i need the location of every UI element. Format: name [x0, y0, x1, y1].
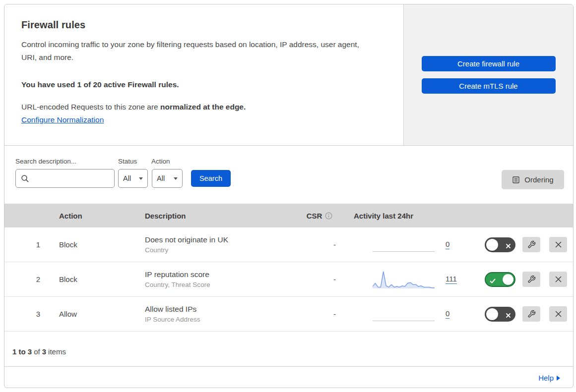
rule-enabled-toggle[interactable]: [485, 307, 515, 322]
rule-description-cell: IP reputation score Country, Threat Scor…: [133, 270, 297, 288]
firewall-rule-row: 1 Block Does not originate in UK Country…: [4, 227, 573, 262]
toggle-knob: [503, 274, 513, 285]
search-input[interactable]: [32, 174, 122, 182]
edit-rule-button[interactable]: [522, 237, 540, 252]
pagination-of: of: [34, 347, 40, 356]
help-link-label: Help: [538, 374, 554, 382]
rule-enabled-toggle[interactable]: [485, 272, 515, 287]
info-icon[interactable]: [325, 212, 332, 220]
rule-description: Does not originate in UK: [145, 235, 297, 244]
pagination-range: 1 to 3: [12, 347, 32, 356]
close-icon: [555, 310, 562, 318]
rule-csr-value: -: [297, 310, 342, 318]
rule-enabled-toggle[interactable]: [485, 237, 515, 252]
rule-controls: [466, 306, 573, 322]
activity-flat-sparkline: [373, 304, 435, 324]
rule-priority: 2: [4, 275, 49, 283]
rule-activity-cell: 0: [342, 304, 466, 324]
rule-action: Allow: [49, 310, 133, 318]
activity-column-header: Activity last 24hr: [342, 212, 466, 220]
action-label: Action: [151, 158, 183, 165]
rule-csr-value: -: [297, 240, 342, 249]
ordering-button[interactable]: Ordering: [502, 170, 564, 189]
normalization-note: URL-encoded Requests to this zone are no…: [21, 103, 386, 112]
configure-normalization-link[interactable]: Configure Normalization: [21, 115, 104, 124]
search-button[interactable]: Search: [191, 170, 231, 187]
rule-controls: [466, 272, 573, 287]
chevron-down-icon: [174, 177, 178, 180]
action-filter-group: Action All: [151, 158, 183, 188]
search-label: Search description...: [15, 158, 115, 165]
edit-rule-button[interactable]: [522, 272, 540, 287]
help-bar: Help: [4, 366, 573, 388]
page-title: Firewall rules: [21, 19, 386, 31]
ordering-button-label: Ordering: [524, 175, 553, 184]
delete-rule-button[interactable]: [549, 306, 567, 322]
rule-activity-cell: 0: [342, 235, 466, 255]
top-region: Firewall rules Control incoming traffic …: [4, 4, 573, 146]
table-header-row: Action Description CSR Activity last 24h…: [4, 204, 573, 227]
search-group: Search description...: [15, 158, 115, 188]
activity-sparkline: [373, 270, 435, 289]
header-panel: Firewall rules Control incoming traffic …: [4, 4, 403, 145]
rule-action: Block: [49, 240, 133, 249]
pagination-items: items: [48, 347, 66, 356]
wrench-icon: [527, 310, 536, 318]
firewall-rule-row: 3 Allow Allow listed IPs IP Source Addre…: [4, 297, 573, 332]
status-label: Status: [118, 158, 148, 165]
action-dropdown[interactable]: All: [152, 169, 183, 188]
delete-rule-button[interactable]: [549, 272, 567, 287]
status-dropdown[interactable]: All: [118, 169, 148, 188]
toggle-knob: [486, 308, 498, 320]
create-firewall-rule-button[interactable]: Create firewall rule: [422, 56, 556, 71]
search-box: [15, 169, 115, 188]
csr-column-header: CSR: [297, 212, 342, 220]
csr-header-label: CSR: [307, 212, 322, 220]
sparkline-chart: [373, 270, 435, 289]
firewall-rule-row: 2 Block IP reputation score Country, Thr…: [4, 262, 573, 297]
status-dropdown-value: All: [123, 174, 131, 182]
page-description: Control incoming traffic to your zone by…: [21, 38, 375, 64]
rule-match-fields: Country, Threat Score: [145, 281, 297, 288]
search-icon: [21, 174, 29, 182]
cta-panel: Create firewall rule Create mTLS rule: [403, 4, 573, 145]
activity-count-link[interactable]: 0: [446, 240, 449, 249]
rule-description: Allow listed IPs: [145, 305, 297, 314]
activity-count-link[interactable]: 111: [446, 275, 457, 284]
rule-controls: [466, 237, 573, 252]
status-filter-group: Status All: [118, 158, 148, 188]
toggle-check-icon: [490, 277, 496, 286]
activity-count-link[interactable]: 0: [446, 309, 449, 319]
firewall-rules-card: Firewall rules Control incoming traffic …: [4, 4, 574, 388]
rule-description-cell: Does not originate in UK Country: [133, 235, 297, 254]
description-column-header: Description: [133, 212, 297, 220]
usage-note: You have used 1 of 20 active Firewall ru…: [21, 80, 386, 89]
close-icon: [555, 276, 562, 283]
toggle-x-icon: [506, 311, 511, 320]
pagination-summary: 1 to 3of3items: [4, 332, 573, 366]
rule-description: IP reputation score: [145, 270, 297, 279]
edit-rule-button[interactable]: [522, 306, 540, 322]
toggle-x-icon: [506, 242, 511, 251]
help-link[interactable]: Help: [538, 374, 560, 382]
rule-priority: 1: [4, 240, 49, 249]
close-icon: [555, 241, 562, 248]
rule-match-fields: IP Source Address: [145, 316, 297, 323]
rule-description-cell: Allow listed IPs IP Source Address: [133, 305, 297, 323]
wrench-icon: [527, 240, 536, 249]
rule-csr-value: -: [297, 275, 342, 283]
chevron-down-icon: [139, 177, 143, 180]
rule-action: Block: [49, 275, 133, 283]
filter-bar: Search description... Status All Action …: [4, 146, 573, 204]
normalization-text: URL-encoded Requests to this zone are: [21, 103, 160, 111]
arrow-right-icon: [557, 376, 560, 381]
list-ordering-icon: [512, 176, 520, 184]
create-mtls-rule-button[interactable]: Create mTLS rule: [422, 78, 556, 94]
wrench-icon: [527, 275, 536, 283]
activity-flat-sparkline: [373, 235, 435, 255]
delete-rule-button[interactable]: [549, 237, 567, 252]
rule-match-fields: Country: [145, 246, 297, 254]
toggle-knob: [486, 239, 498, 251]
pagination-total: 3: [42, 347, 46, 356]
rule-priority: 3: [4, 310, 49, 318]
